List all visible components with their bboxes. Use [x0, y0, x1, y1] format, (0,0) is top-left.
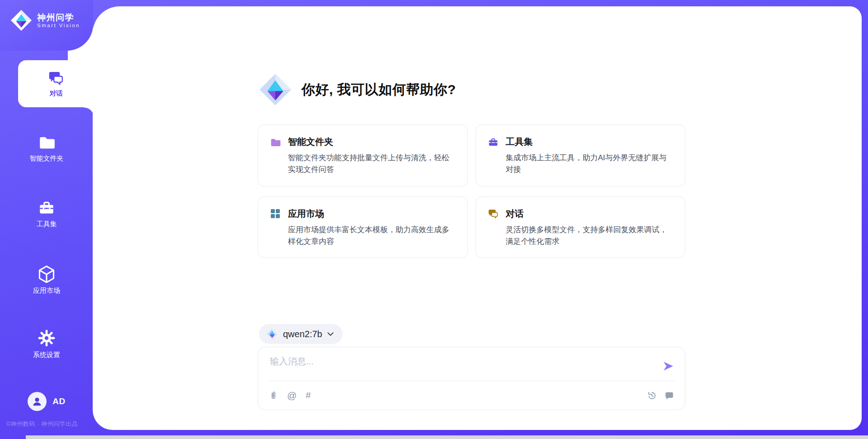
sidebar-item-app-market[interactable]: 应用市场 — [0, 265, 93, 295]
assistant-diamond-icon — [258, 72, 292, 107]
card-chat[interactable]: 对话 灵活切换多模型文件，支持多样回复效果调试，满足个性化需求 — [476, 196, 686, 258]
brand-diamond-icon — [10, 9, 33, 32]
attach-button[interactable] — [269, 390, 278, 401]
sidebar-item-label: 智能文件夹 — [30, 154, 64, 163]
card-description: 集成市场上主流工具，助力AI与外界无缝扩展与对接 — [506, 152, 674, 176]
history-button[interactable] — [647, 391, 657, 401]
brand-logo: 神州问学 Smart Vision — [10, 9, 80, 32]
folder-icon — [270, 137, 281, 148]
history-icon — [647, 391, 657, 401]
sidebar-item-toolset[interactable]: 工具集 — [0, 199, 93, 229]
send-icon — [662, 360, 675, 372]
user-account[interactable]: AD — [0, 392, 93, 411]
greeting-block: 你好, 我可以如何帮助你? — [258, 72, 456, 107]
feature-cards-grid: 智能文件夹 智能文件夹功能支持批量文件上传与清洗，轻松实现文件问答 工具集 集成… — [258, 124, 685, 258]
card-title: 应用市场 — [288, 208, 324, 220]
active-tab-fillet — [84, 107, 94, 117]
chat-icon — [48, 70, 64, 86]
toolbox-icon — [38, 199, 55, 216]
send-button[interactable] — [661, 360, 675, 373]
composer-toolbar: @ # — [269, 381, 674, 410]
composer-tools-left: @ # — [269, 390, 311, 401]
sidebar-footer-text: ©神州数码 · 神州问学出品 — [6, 420, 78, 428]
sidebar-item-label: 系统设置 — [33, 351, 60, 359]
card-title: 智能文件夹 — [288, 136, 333, 148]
chat-icon — [488, 208, 499, 219]
model-name: qwen2:7b — [283, 329, 322, 339]
gear-icon — [38, 329, 56, 347]
card-toolset[interactable]: 工具集 集成市场上主流工具，助力AI与外界无缝扩展与对接 — [476, 124, 686, 186]
card-description: 应用市场提供丰富长文本模板，助力高效生成多样化文章内容 — [288, 224, 456, 248]
grid-icon — [270, 208, 281, 219]
hash-icon: # — [306, 390, 311, 401]
window-bottom-edge — [26, 435, 868, 439]
card-title: 工具集 — [506, 136, 533, 148]
message-input[interactable] — [269, 354, 651, 378]
feedback-button[interactable] — [664, 391, 674, 401]
model-selector[interactable]: qwen2:7b — [259, 324, 343, 344]
person-icon — [31, 396, 43, 407]
model-diamond-icon — [266, 328, 278, 340]
user-initials: AD — [52, 396, 65, 406]
sidebar-item-chat[interactable]: 对话 — [18, 60, 94, 107]
avatar — [28, 392, 47, 411]
card-app-market[interactable]: 应用市场 应用市场提供丰富长文本模板，助力高效生成多样化文章内容 — [258, 196, 468, 258]
toolbox-icon — [488, 137, 499, 148]
folder-icon — [38, 134, 55, 151]
paperclip-icon — [269, 390, 278, 401]
brand-name-cn: 神州问学 — [37, 13, 80, 23]
sidebar-item-settings[interactable]: 系统设置 — [0, 329, 93, 359]
sidebar-item-label: 对话 — [50, 89, 63, 98]
sidebar-item-label: 应用市场 — [33, 286, 60, 295]
card-description: 智能文件夹功能支持批量文件上传与清洗，轻松实现文件问答 — [288, 152, 456, 176]
card-title: 对话 — [506, 208, 524, 220]
mention-button[interactable]: @ — [287, 390, 297, 401]
chevron-down-icon — [327, 332, 334, 336]
sidebar-item-smart-folder[interactable]: 智能文件夹 — [0, 134, 93, 163]
composer: @ # — [258, 347, 685, 410]
card-description: 灵活切换多模型文件，支持多样回复效果调试，满足个性化需求 — [506, 224, 674, 248]
at-icon: @ — [287, 390, 297, 401]
sidebar-item-label: 工具集 — [37, 220, 57, 229]
chat-bubble-icon — [664, 391, 674, 401]
card-smart-folder[interactable]: 智能文件夹 智能文件夹功能支持批量文件上传与清洗，轻松实现文件问答 — [258, 124, 468, 186]
composer-tools-right — [647, 391, 674, 401]
brand-name-en: Smart Vision — [37, 23, 80, 28]
greeting-title: 你好, 我可以如何帮助你? — [302, 81, 456, 99]
topic-button[interactable]: # — [306, 390, 311, 401]
cube-icon — [38, 265, 56, 283]
